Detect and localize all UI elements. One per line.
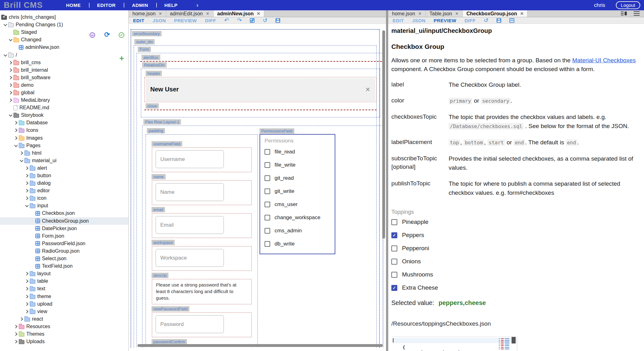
commit-check-icon[interactable]: ✓	[119, 32, 124, 38]
form-field-group[interactable]: usernameField Username	[152, 141, 257, 172]
checkbox-icon[interactable]	[265, 175, 270, 181]
checkbox-option[interactable]: Peppers	[391, 229, 636, 242]
alert-box-outline[interactable]	[140, 61, 382, 62]
refresh-icon[interactable]: ⟳	[104, 31, 110, 39]
component-chip-flex-row[interactable]: Flex Row Layout-1	[143, 119, 181, 125]
preview-tab[interactable]: Table.json ✕	[426, 10, 463, 17]
checkbox-icon[interactable]	[265, 188, 270, 194]
stage-add-icon[interactable]: +	[119, 54, 124, 63]
checkbox-icon[interactable]	[265, 241, 270, 247]
tree-item[interactable]: MediaLibrary	[0, 96, 128, 104]
checkbox-icon[interactable]	[391, 232, 397, 238]
menu-icon[interactable]	[634, 11, 640, 16]
tree-item[interactable]: README.md	[0, 104, 128, 111]
chevron-icon[interactable]	[13, 324, 19, 329]
field-outline[interactable]: Email	[152, 213, 252, 238]
form-field-group[interactable]: descrip Please use a strong password tha…	[152, 272, 257, 304]
tree-item[interactable]: Icons	[0, 126, 128, 134]
chevron-icon[interactable]	[3, 22, 8, 28]
tab-close-icon[interactable]: ✕	[159, 11, 162, 16]
tree-item[interactable]: table	[0, 277, 128, 285]
chevron-icon[interactable]	[24, 271, 30, 276]
chevron-icon[interactable]	[3, 52, 8, 58]
tree-item[interactable]: icon	[0, 194, 128, 202]
panel-splitter[interactable]	[386, 10, 388, 351]
checkbox-icon[interactable]	[265, 228, 270, 234]
chevron-icon[interactable]	[8, 29, 13, 35]
component-chip-header[interactable]: header	[146, 71, 162, 76]
tree-item[interactable]: html	[0, 149, 128, 157]
chevron-icon[interactable]	[13, 135, 19, 141]
component-chip-close[interactable]: close	[146, 103, 159, 109]
chevron-icon[interactable]	[8, 82, 13, 88]
save-icon[interactable]	[497, 18, 501, 23]
tab-close-icon[interactable]: ✕	[455, 11, 459, 16]
preview-tab[interactable]: home.json ✕	[388, 10, 426, 17]
chevron-icon[interactable]	[19, 158, 24, 163]
tree-item[interactable]: brill_software	[0, 74, 128, 81]
json-code-editor[interactable]: [ { "value": "pineapple", "label": "Pine…	[391, 337, 517, 351]
component-chip-outer-div[interactable]: outer_div	[134, 39, 155, 44]
checkbox-option[interactable]: change_workspace	[265, 211, 335, 224]
checkbox-option[interactable]: Mushrooms	[391, 268, 636, 281]
chevron-icon[interactable]	[24, 180, 30, 186]
text-input[interactable]: Email	[156, 216, 224, 234]
mode-button[interactable]: JSON	[152, 18, 166, 23]
tree-item[interactable]: Resources	[0, 323, 128, 330]
chevron-icon[interactable]	[19, 316, 24, 322]
chevron-icon[interactable]	[24, 195, 30, 201]
component-chip-form[interactable]: Form	[138, 47, 151, 52]
component-chip-field[interactable]: newPasswordField	[152, 306, 189, 312]
mode-button[interactable]: DIFF	[205, 18, 216, 23]
component-chip-errorBoundary[interactable]: errorBoundary	[132, 31, 162, 36]
chevron-icon[interactable]	[30, 210, 35, 216]
tree-item[interactable]: Form.json	[0, 232, 128, 240]
chevron-icon[interactable]	[19, 150, 24, 156]
tree-item[interactable]: TextField.json	[0, 262, 128, 270]
tree-item[interactable]: RadioGroup.json	[0, 247, 128, 255]
redo-icon[interactable]: ↷	[237, 18, 242, 23]
text-input[interactable]: Workspace	[156, 249, 224, 267]
checkbox-icon[interactable]	[265, 162, 270, 168]
chevron-icon[interactable]	[24, 165, 30, 171]
mode-button[interactable]: JSON	[412, 18, 425, 23]
mode-button[interactable]: EDIT	[133, 18, 144, 23]
vertical-scrollbar[interactable]	[382, 30, 385, 239]
chevron-icon[interactable]	[13, 127, 19, 133]
checkbox-option[interactable]: file_read	[265, 145, 335, 158]
code-scrollbar[interactable]	[512, 337, 516, 343]
tree-item[interactable]: Uploads	[0, 338, 128, 345]
tree-item[interactable]: view	[0, 308, 128, 315]
tree-item[interactable]: Images	[0, 134, 128, 142]
header-outline[interactable]: New User ✕	[144, 77, 377, 102]
chevron-icon[interactable]	[30, 233, 35, 239]
brightness-theme-icon[interactable]: ◑	[195, 2, 198, 9]
nav-menu-item[interactable]: EDITOR	[89, 0, 124, 10]
tree-item[interactable]: button	[0, 172, 128, 179]
text-input[interactable]: Name	[156, 183, 224, 201]
tree-item[interactable]: theme	[0, 292, 128, 300]
field-outline[interactable]: Username	[152, 147, 252, 172]
editor-tab[interactable]: adminNew.json ✕	[214, 10, 265, 17]
text-input[interactable]: Password	[156, 315, 224, 333]
preview-tab[interactable]: CheckboxGroup.json ✕	[463, 10, 528, 17]
tree-item[interactable]: Storybook	[0, 111, 128, 119]
component-chip-padding[interactable]: padding	[147, 128, 165, 133]
chevron-icon[interactable]	[8, 97, 13, 103]
chevron-icon[interactable]	[30, 226, 35, 231]
checkbox-icon[interactable]	[391, 285, 397, 291]
checkbox-option[interactable]: git_write	[265, 185, 335, 198]
checkbox-option[interactable]: Pineapple	[391, 215, 636, 229]
form-field-group[interactable]: email Email	[152, 207, 257, 238]
field-outline[interactable]: Password	[152, 312, 252, 337]
chevron-icon[interactable]	[24, 173, 30, 178]
tab-close-icon[interactable]: ✕	[206, 11, 209, 16]
tree-item[interactable]: /	[0, 51, 128, 59]
tree-item[interactable]: editor	[0, 187, 128, 194]
tree-item[interactable]: brill_internal	[0, 66, 128, 74]
chevron-icon[interactable]	[8, 90, 13, 95]
chevron-icon[interactable]	[24, 188, 30, 194]
chevron-icon[interactable]	[13, 339, 19, 344]
mode-button[interactable]: DIFF	[465, 18, 476, 23]
tree-item[interactable]: Themes	[0, 330, 128, 338]
